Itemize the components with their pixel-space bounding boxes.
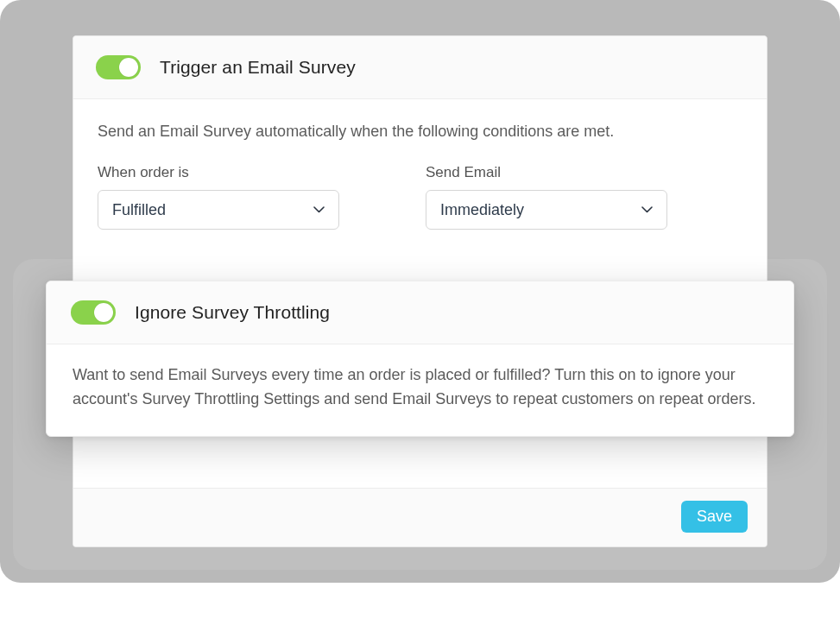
send-email-label: Send Email [426, 164, 667, 181]
trigger-panel-footer: Save [73, 488, 767, 546]
chevron-down-icon [641, 204, 653, 216]
trigger-panel-body: Send an Email Survey automatically when … [73, 99, 767, 245]
toggle-knob [94, 303, 113, 322]
throttle-toggle[interactable] [71, 300, 116, 325]
trigger-panel-title: Trigger an Email Survey [160, 57, 356, 78]
trigger-toggle[interactable] [96, 55, 141, 79]
send-email-select[interactable]: Immediately [426, 190, 667, 230]
order-condition-label: When order is [98, 164, 339, 181]
toggle-knob [119, 58, 138, 77]
send-email-group: Send Email Immediately [426, 164, 667, 230]
trigger-description: Send an Email Survey automatically when … [98, 120, 742, 143]
throttle-panel-title: Ignore Survey Throttling [135, 302, 330, 323]
throttle-description: Want to send Email Surveys every time an… [73, 363, 767, 412]
trigger-panel-header: Trigger an Email Survey [73, 36, 767, 99]
save-button[interactable]: Save [681, 501, 748, 533]
ignore-throttling-panel: Ignore Survey Throttling Want to send Em… [46, 281, 794, 437]
throttle-panel-header: Ignore Survey Throttling [47, 281, 793, 344]
throttle-panel-body: Want to send Email Surveys every time an… [47, 344, 793, 436]
order-condition-group: When order is Fulfilled [98, 164, 339, 230]
send-email-value: Immediately [440, 201, 524, 219]
chevron-down-icon [313, 204, 325, 216]
order-condition-select[interactable]: Fulfilled [98, 190, 339, 230]
order-condition-value: Fulfilled [112, 201, 166, 219]
trigger-form-row: When order is Fulfilled Send Email Immed… [98, 164, 742, 230]
